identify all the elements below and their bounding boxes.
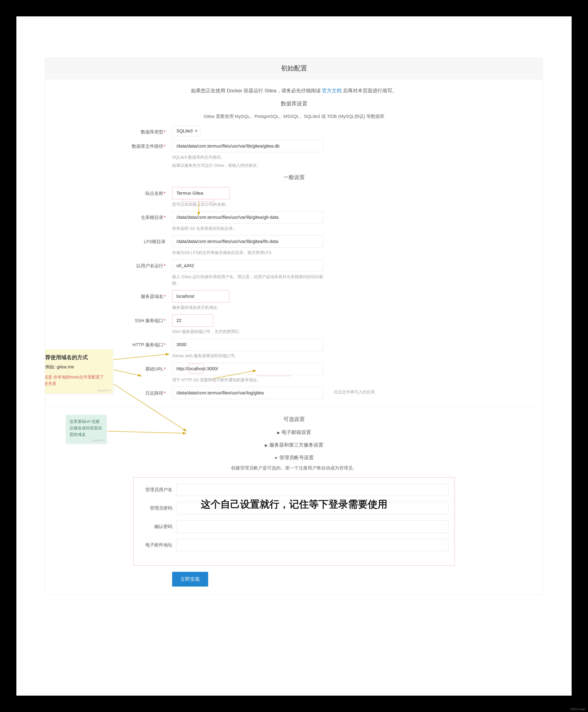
db-path-input[interactable] bbox=[172, 140, 323, 152]
repo-root-input[interactable] bbox=[172, 211, 323, 224]
note-base-url: 这里基础url 也建议修改成你前面设置的域名 原创@POLITE bbox=[66, 415, 107, 443]
ssh-port-help: SSH 服务器的端口号，为空则禁用它。 bbox=[172, 328, 323, 335]
note-green-text: 这里基础url 也建议修改成你前面设置的域名 bbox=[69, 419, 102, 437]
row-domain: 服务器域名* 服务器的域名或主机地址。 bbox=[47, 290, 541, 311]
row-confirm-pass: 确认密码 bbox=[140, 520, 448, 533]
row-admin-user: 管理员用户名 bbox=[140, 484, 448, 496]
domain-input[interactable] bbox=[172, 290, 229, 302]
row-http-port: HTTP 服务端口* Giteas web 服务器将侦听的端口号。 bbox=[47, 338, 541, 359]
site-name-label: 站点名称 bbox=[145, 191, 163, 196]
lfs-root-label: LFS根目录 bbox=[144, 239, 166, 244]
install-button[interactable]: 立即安装 bbox=[172, 572, 208, 587]
run-user-help: 输入 Gitea 运行的操作系统用户名。请注意，此用户必须具有对仓库根路径的访问… bbox=[172, 273, 323, 287]
db-path-help2: 如果以服务的方式运行 Gitea，请输入绝对路径。 bbox=[172, 162, 323, 169]
run-user-input[interactable] bbox=[172, 259, 323, 272]
db-path-help1: SQLite3 数据库的文件路径。 bbox=[172, 154, 323, 161]
db-path-label: 数据库文件路径 bbox=[132, 144, 163, 149]
collapse-email[interactable]: ▶电子邮箱设置 bbox=[47, 429, 541, 436]
http-port-label: HTTP 服务端口 bbox=[132, 342, 163, 347]
admin-pass-label: 管理员密码 bbox=[140, 505, 176, 511]
log-path-label: 日志路径 bbox=[145, 391, 163, 396]
row-lfs-root: LFS根目录 存储为Git LFS的文件将被存储在此目录。留空禁用LFS bbox=[47, 235, 541, 256]
http-port-input[interactable] bbox=[172, 338, 323, 351]
panel-title: 初始配置 bbox=[45, 58, 543, 79]
repo-root-label: 仓库根目录 bbox=[141, 215, 163, 220]
chevron-right-icon: ▶ bbox=[265, 443, 268, 447]
domain-help: 服务器的域名或主机地址。 bbox=[172, 304, 323, 311]
db-section-title: 数据库设置 bbox=[47, 100, 541, 107]
submit-row: 立即安装 bbox=[172, 572, 541, 587]
optional-section-title: 可选设置 bbox=[47, 416, 541, 423]
row-db-path: 数据库文件路径* SQLite3 数据库的文件路径。 如果以服务的方式运行 Gi… bbox=[47, 140, 541, 169]
panel-body: 如果您正在使用 Docker 容器运行 Gitea，请务必先仔细阅读 官方文档 … bbox=[45, 79, 543, 595]
chevron-right-icon: ▶ bbox=[277, 431, 280, 435]
log-path-input[interactable] bbox=[172, 387, 323, 399]
general-section-title: 一般设置 bbox=[47, 174, 541, 181]
site-name-help: 您可以在此输入您公司的名称。 bbox=[172, 201, 323, 208]
base-url-help: 用于 HTTP (S) 克隆和电子邮件通知的基本地址。 bbox=[172, 377, 323, 383]
collapse-thirdparty[interactable]: ▶服务器和第三方服务设置 bbox=[47, 442, 541, 448]
install-panel: 初始配置 如果您正在使用 Docker 容器运行 Gitea，请务必先仔细阅读 … bbox=[45, 58, 543, 595]
confirm-pass-input[interactable] bbox=[176, 520, 448, 533]
row-log-path: 日志路径* 日志文件将写入此目录。 bbox=[47, 387, 541, 399]
row-repo-root: 仓库根目录* 所有远程 Git 仓库将保存到此目录。 bbox=[47, 211, 541, 232]
admin-user-input[interactable] bbox=[176, 484, 448, 496]
admin-hint: 创建管理员帐户是可选的。第一个注册用户将自动成为管理员。 bbox=[47, 465, 541, 471]
confirm-pass-label: 确认密码 bbox=[140, 524, 176, 530]
log-path-side-help: 日志文件将写入此目录。 bbox=[334, 389, 379, 395]
gitea-install-page: 初始配置 如果您正在使用 Docker 容器运行 Gitea，请务必先仔细阅读 … bbox=[16, 16, 572, 696]
note-credit: 原创@POLITE bbox=[98, 389, 111, 392]
row-run-user: 以用户名运行* 输入 Gitea 运行的操作系统用户名。请注意，此用户必须具有对… bbox=[47, 259, 541, 287]
lfs-root-help: 存储为Git LFS的文件将被存储在此目录。留空禁用LFS bbox=[172, 249, 323, 256]
divider-optional bbox=[47, 407, 541, 407]
note-yellow-warn: 前提是 你本地的hosts文件里配置了映射关系 bbox=[45, 374, 108, 387]
db-type-label: 数据库类型 bbox=[141, 129, 163, 134]
ssh-port-input[interactable] bbox=[172, 314, 213, 327]
watermark: CSDN Image bbox=[570, 708, 586, 710]
run-user-label: 以用户名运行 bbox=[136, 263, 163, 268]
ssh-port-label: SSH 服务端口 bbox=[135, 318, 163, 323]
base-url-label: 基础URL bbox=[145, 367, 163, 372]
intro-suffix: 后再对本页面进行填写。 bbox=[343, 88, 397, 93]
row-base-url: 基础URL* 用于 HTTP (S) 克隆和电子邮件通知的基本地址。 bbox=[47, 363, 541, 383]
db-type-select[interactable]: SQLite3 bbox=[172, 126, 201, 136]
admin-email-label: 电子邮件地址 bbox=[140, 542, 176, 548]
collapse-admin[interactable]: ▼管理员帐号设置 bbox=[47, 454, 541, 461]
row-site-name: 站点名称* 您可以在此输入您公司的名称。 bbox=[47, 187, 541, 208]
site-name-input[interactable] bbox=[172, 187, 229, 199]
chevron-down-icon: ▼ bbox=[274, 456, 278, 460]
http-port-help: Giteas web 服务器将侦听的端口号。 bbox=[172, 352, 323, 359]
base-url-input[interactable] bbox=[172, 363, 323, 375]
intro-prefix: 如果您正在使用 Docker 容器运行 Gitea，请务必先仔细阅读 bbox=[191, 88, 322, 93]
intro-text: 如果您正在使用 Docker 容器运行 Gitea，请务必先仔细阅读 官方文档 … bbox=[47, 87, 541, 94]
row-admin-email: 电子邮件地址 bbox=[140, 539, 448, 551]
note-yellow-title: 推荐使用域名的方式 bbox=[45, 354, 108, 361]
row-db-type: 数据库类型* SQLite3 bbox=[47, 126, 541, 136]
domain-label: 服务器域名 bbox=[141, 294, 163, 299]
note-credit-2: 原创@POLITE bbox=[91, 439, 105, 442]
note-yellow-example: 例如: gitea.me bbox=[45, 364, 108, 370]
row-admin-pass: 管理员密码 bbox=[140, 502, 448, 514]
lfs-root-input[interactable] bbox=[172, 235, 323, 248]
admin-email-input[interactable] bbox=[176, 539, 448, 551]
note-domain-recommend: 推荐使用域名的方式 例如: gitea.me 前提是 你本地的hosts文件里配… bbox=[45, 349, 113, 393]
admin-user-label: 管理员用户名 bbox=[140, 487, 176, 493]
docs-link[interactable]: 官方文档 bbox=[322, 88, 341, 93]
row-ssh-port: SSH 服务端口* SSH 服务器的端口号，为空则禁用它。 bbox=[47, 314, 541, 335]
admin-account-box: 管理员用户名 管理员密码 确认密码 电子邮件地址 这个自己设置就行，记住等下登录… bbox=[133, 477, 455, 566]
repo-root-help: 所有远程 Git 仓库将保存到此目录。 bbox=[172, 225, 323, 232]
admin-pass-input[interactable] bbox=[176, 502, 448, 514]
db-section-sub: Gitea 需要使用 MySQL、PostgreSQL、MSSQL、SQLite… bbox=[47, 113, 541, 120]
